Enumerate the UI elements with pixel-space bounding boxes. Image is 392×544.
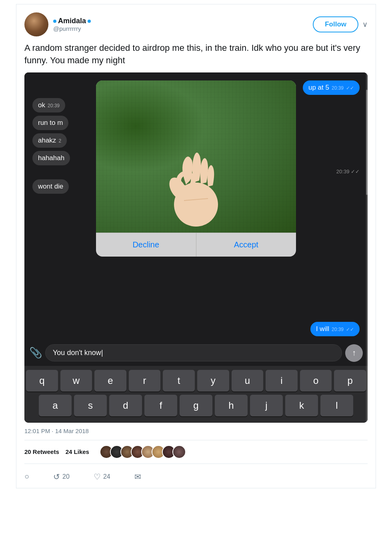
verified-dot-right	[88, 20, 91, 23]
retweet-icon: ↺	[53, 472, 60, 482]
key-s[interactable]: s	[74, 395, 107, 416]
display-name: Amidala	[53, 17, 91, 25]
key-i[interactable]: i	[266, 370, 298, 391]
key-o[interactable]: o	[300, 370, 332, 391]
likers-avatars	[100, 445, 186, 459]
likes-stat[interactable]: 24 Likes	[66, 448, 89, 455]
key-r[interactable]: r	[129, 370, 161, 391]
key-h[interactable]: h	[215, 395, 248, 416]
msg-i-will: I will 20:39 ✓✓	[310, 322, 360, 336]
chevron-down-icon[interactable]: ∨	[362, 20, 368, 29]
like-icon: ♡	[94, 472, 101, 482]
accept-button[interactable]: Accept	[196, 233, 296, 257]
retweets-stat[interactable]: 20 Retweets	[24, 448, 59, 455]
keyboard: q w e r t y u i o p a s d f g h j k l	[24, 366, 368, 423]
dm-icon: ✉	[134, 472, 141, 482]
header-right: Follow ∨	[313, 16, 368, 32]
key-u[interactable]: u	[232, 370, 264, 391]
tweet-actions: ○ ↺ 20 ♡ 24 ✉	[24, 470, 368, 484]
reply-icon: ○	[24, 472, 29, 481]
airdrop-image	[96, 80, 296, 233]
key-f[interactable]: f	[144, 395, 177, 416]
key-k[interactable]: k	[285, 395, 318, 416]
airdrop-overlay: Decline Accept	[96, 80, 296, 257]
liker-avatar-8	[172, 445, 186, 459]
tweet-header-left: Amidala @purrrrrry	[24, 12, 91, 36]
key-j[interactable]: j	[250, 395, 283, 416]
message-input[interactable]: You don't know|	[45, 344, 342, 361]
key-y[interactable]: y	[197, 370, 229, 391]
like-button[interactable]: ♡ 24	[94, 472, 110, 482]
input-bar: 📎 You don't know| ↑	[24, 340, 368, 366]
key-g[interactable]: g	[180, 395, 212, 416]
key-a[interactable]: a	[39, 395, 72, 416]
key-d[interactable]: d	[109, 395, 142, 416]
msg-ok: ok 20:39	[32, 98, 65, 112]
tweet-header: Amidala @purrrrrry Follow ∨	[24, 12, 368, 36]
msg-hahahah: hahahah	[32, 151, 70, 165]
follow-button[interactable]: Follow	[313, 16, 358, 32]
timestamp-middle: 20:39 ✓✓	[336, 169, 360, 175]
verified-dot-left	[53, 20, 56, 23]
send-arrow-icon: ↑	[352, 348, 356, 357]
tweet-timestamp: 12:01 PM · 14 Mar 2018	[24, 428, 368, 434]
attachment-icon[interactable]: 📎	[29, 347, 42, 359]
key-t[interactable]: t	[163, 370, 195, 391]
key-p[interactable]: p	[334, 370, 366, 391]
send-button[interactable]: ↑	[345, 344, 363, 362]
tweet-text: A random stranger decided to airdrop me …	[24, 42, 368, 67]
chat-area: up at 5 20:39 ✓✓ ok 20:39 run to m ahakz…	[24, 72, 368, 340]
key-l[interactable]: l	[320, 395, 353, 416]
key-w[interactable]: w	[60, 370, 92, 391]
avatar[interactable]	[24, 12, 48, 36]
hand-svg	[156, 141, 236, 229]
tweet-stats-row: 20 Retweets 24 Likes	[24, 440, 368, 464]
keyboard-row-1: q w e r t y u i o p	[26, 370, 366, 391]
phone-screenshot: up at 5 20:39 ✓✓ ok 20:39 run to m ahakz…	[24, 72, 368, 423]
scrollbar-thumb[interactable]	[366, 90, 368, 195]
key-e[interactable]: e	[94, 370, 126, 391]
msg-up-at-5: up at 5 20:39 ✓✓	[303, 80, 360, 95]
key-q[interactable]: q	[26, 370, 58, 391]
right-msgs-bottom: I will 20:39 ✓✓	[32, 322, 360, 340]
decline-button[interactable]: Decline	[96, 233, 196, 257]
dm-button[interactable]: ✉	[134, 472, 141, 482]
reply-button[interactable]: ○	[24, 472, 29, 481]
msg-ahakz: ahakz 2	[32, 133, 67, 148]
user-info: Amidala @purrrrrry	[53, 17, 91, 32]
retweet-button[interactable]: ↺ 20	[53, 472, 70, 482]
scrollbar	[366, 72, 368, 423]
msg-run: run to m	[32, 116, 68, 130]
keyboard-row-2: a s d f g h j k l	[26, 395, 366, 416]
tweet-card: Amidala @purrrrrry Follow ∨ A random str…	[16, 4, 376, 488]
airdrop-buttons: Decline Accept	[96, 233, 296, 257]
username: @purrrrrry	[53, 25, 91, 32]
cursor: |	[101, 349, 103, 357]
msg-wont-die: wont die	[32, 179, 69, 194]
